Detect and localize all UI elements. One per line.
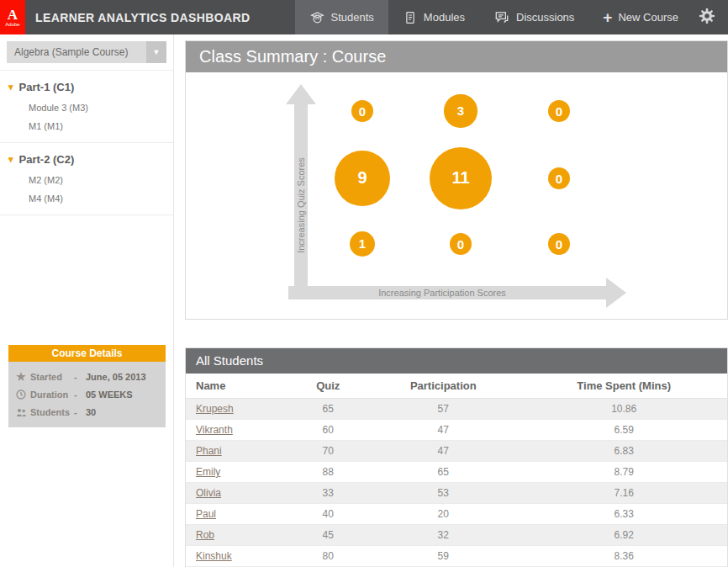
table-cell: 33 <box>290 483 366 504</box>
table-cell: 8.79 <box>520 462 727 483</box>
adobe-logo[interactable]: A Adobe <box>0 0 25 34</box>
main-content: Class Summary : Course Increasing Quiz S… <box>175 34 728 567</box>
student-link[interactable]: Emily <box>196 466 220 478</box>
tree-item-module3[interactable]: Module 3 (M3) <box>0 98 173 117</box>
detail-row-duration: Duration - 05 WEEKS <box>8 385 166 403</box>
table-cell: Kinshuk <box>186 546 290 567</box>
bubble[interactable]: 0 <box>351 100 373 122</box>
bubble[interactable]: 0 <box>548 100 570 122</box>
app-title: LEARNER ANALYTICS DASHBOARD <box>35 11 251 24</box>
arrow-head-right <box>606 278 626 308</box>
student-link[interactable]: Paul <box>196 508 216 520</box>
table-cell: 57 <box>366 399 520 420</box>
column-header-participation[interactable]: Participation <box>366 374 520 399</box>
nav-item-label: Discussions <box>516 11 574 24</box>
detail-separator: - <box>74 389 86 400</box>
plus-icon: + <box>603 10 612 25</box>
tree-item-part2[interactable]: ▾ Part-2 (C2) <box>0 148 173 171</box>
nav-item-discussions[interactable]: Discussions <box>479 0 588 34</box>
table-row: Paul40206.33 <box>186 504 727 525</box>
student-link[interactable]: Krupesh <box>196 403 234 415</box>
bubble[interactable]: 0 <box>548 233 570 255</box>
table-cell: 20 <box>366 504 520 525</box>
column-header-name[interactable]: Name <box>186 374 290 399</box>
bubble[interactable]: 0 <box>450 233 472 255</box>
tree-item-m2[interactable]: M2 (M2) <box>0 171 173 189</box>
tree-item-m4[interactable]: M4 (M4) <box>0 189 173 208</box>
course-details-panel: Course Details Started - June, 05 2013 <box>8 345 166 427</box>
table-cell: Phani <box>186 441 290 462</box>
table-row: Olivia33537.16 <box>186 483 727 504</box>
tree-item-part1[interactable]: ▾ Part-1 (C1) <box>0 76 173 98</box>
table-row: Phani70476.83 <box>186 441 727 462</box>
table-cell: 6.92 <box>520 525 727 546</box>
bubble[interactable]: 3 <box>444 94 477 127</box>
table-cell: 6.59 <box>520 420 727 441</box>
table-cell: 7.16 <box>520 483 727 504</box>
nav-item-label: Modules <box>424 11 465 24</box>
detail-value: June, 05 2013 <box>86 372 146 382</box>
course-select-dropdown[interactable]: Algebra (Sample Course) ▼ <box>7 41 166 63</box>
course-select-value: Algebra (Sample Course) <box>7 46 146 58</box>
student-link[interactable]: Rob <box>196 529 214 541</box>
table-row: Vikranth60476.59 <box>186 420 727 441</box>
x-axis-label: Increasing Participation Scores <box>378 288 506 298</box>
table-cell: 47 <box>366 441 520 462</box>
table-cell: Paul <box>186 504 290 525</box>
table-cell: 65 <box>366 462 520 483</box>
tree-expand-icon: ▾ <box>8 155 13 164</box>
bubble[interactable]: 9 <box>335 151 390 206</box>
table-cell: 47 <box>366 420 520 441</box>
table-cell: 40 <box>290 504 366 525</box>
topbar: A Adobe LEARNER ANALYTICS DASHBOARD Stud… <box>0 0 728 34</box>
table-cell: Emily <box>186 462 290 483</box>
detail-value: 30 <box>86 407 96 417</box>
student-link[interactable]: Vikranth <box>196 424 233 436</box>
table-row: Krupesh655710.86 <box>186 399 727 420</box>
table-cell: Rob <box>186 525 290 546</box>
detail-value: 05 WEEKS <box>86 389 133 400</box>
bubble[interactable]: 11 <box>430 147 492 209</box>
people-icon <box>16 407 30 417</box>
detail-separator: - <box>74 407 86 417</box>
bubble-chart-area: Increasing Quiz Scores Increasing Partic… <box>186 72 727 319</box>
class-summary-panel: Class Summary : Course Increasing Quiz S… <box>185 40 728 320</box>
gear-icon <box>698 7 716 29</box>
bubble[interactable]: 1 <box>350 231 375 257</box>
student-link[interactable]: Kinshuk <box>196 550 232 562</box>
bubble[interactable]: 0 <box>548 167 570 189</box>
chevron-down-icon: ▼ <box>146 41 166 63</box>
table-cell: 6.33 <box>520 504 727 525</box>
detail-label: Started <box>30 372 74 382</box>
student-link[interactable]: Olivia <box>196 487 221 499</box>
column-header-quiz[interactable]: Quiz <box>290 374 366 399</box>
table-row: Emily88658.79 <box>186 462 727 483</box>
table-cell: 10.86 <box>520 399 727 420</box>
y-axis-label: Increasing Quiz Scores <box>296 157 306 253</box>
settings-button[interactable] <box>698 7 716 29</box>
detail-row-started: Started - June, 05 2013 <box>8 368 166 385</box>
table-cell: 6.83 <box>520 441 727 462</box>
tree-item-label: Part-1 (C1) <box>19 81 75 93</box>
nav-item-modules[interactable]: Modules <box>388 0 479 34</box>
detail-separator: - <box>74 372 86 382</box>
table-cell: 53 <box>366 483 520 504</box>
column-header-time-spent[interactable]: Time Spent (Mins) <box>520 374 727 399</box>
table-cell: Olivia <box>186 483 290 504</box>
arrow-head-up <box>286 84 316 104</box>
sidebar: Algebra (Sample Course) ▼ ▾ Part-1 (C1) … <box>0 34 174 567</box>
student-link[interactable]: Phani <box>196 445 222 457</box>
table-row: Rob45326.92 <box>186 525 727 546</box>
tree-item-m1[interactable]: M1 (M1) <box>0 117 173 135</box>
adobe-logo-word: Adobe <box>5 22 19 28</box>
detail-label: Students <box>30 407 74 417</box>
nav-item-students[interactable]: Students <box>295 0 388 34</box>
students-icon <box>309 9 325 25</box>
students-table: Name Quiz Participation Time Spent (Mins… <box>186 374 727 567</box>
course-details-title: Course Details <box>8 345 166 362</box>
adobe-logo-letter: A <box>8 8 18 22</box>
tree-expand-icon: ▾ <box>8 82 13 92</box>
table-row: Kinshuk80598.36 <box>186 546 727 567</box>
table-cell: 8.36 <box>520 546 727 567</box>
nav-item-new-course[interactable]: + New Course <box>588 0 693 34</box>
